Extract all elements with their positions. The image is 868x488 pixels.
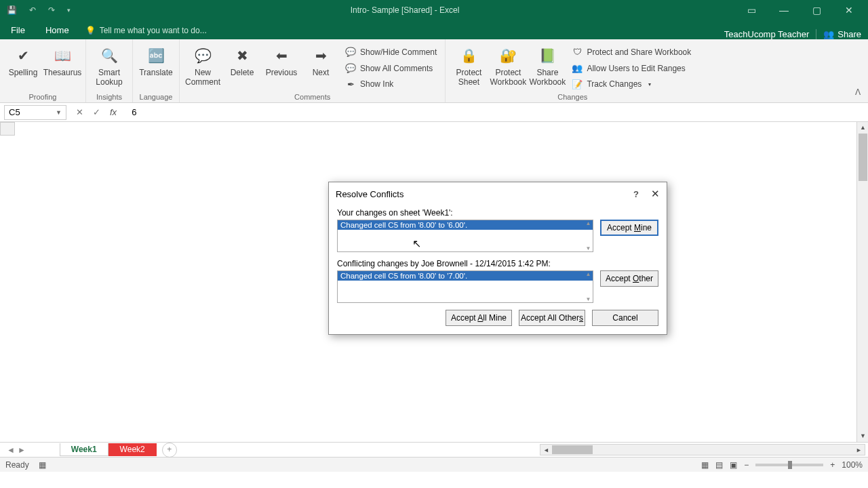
sheet-tab-bar: ◄ ► Week1 Week2 + ◄ ► bbox=[0, 442, 868, 457]
formula-input[interactable]: 6 bbox=[126, 107, 868, 117]
other-change-item[interactable]: Changed cell C5 from '8.00' to '7.00'. bbox=[338, 271, 593, 281]
view-normal-icon[interactable]: ▦ bbox=[701, 460, 709, 470]
horizontal-scrollbar[interactable]: ◄ ► bbox=[540, 444, 865, 455]
status-ready: Ready bbox=[5, 460, 29, 470]
your-change-item[interactable]: Changed cell C5 from '8.00' to '6.00'. bbox=[338, 220, 593, 230]
spelling-button[interactable]: ✔Spelling bbox=[5, 42, 41, 92]
scroll-down-icon[interactable]: ▼ bbox=[857, 430, 868, 442]
redo-icon[interactable]: ↷ bbox=[48, 5, 55, 15]
share-workbook-button[interactable]: 📗Share Workbook bbox=[530, 42, 565, 92]
other-changes-listbox[interactable]: Changed cell C5 from '8.00' to '7.00'. ▲… bbox=[337, 270, 593, 303]
undo-icon[interactable]: ↶ bbox=[29, 5, 36, 15]
group-comments: 💬New Comment ✖Delete ⬅Previous ➡Next 💬Sh… bbox=[180, 39, 446, 102]
enter-formula-icon[interactable]: ✓ bbox=[93, 107, 100, 117]
allow-edit-icon: 👥 bbox=[572, 63, 583, 74]
accept-other-button[interactable]: Accept Other bbox=[600, 270, 658, 287]
cancel-button[interactable]: Cancel bbox=[592, 310, 658, 326]
translate-icon: 🔤 bbox=[145, 45, 167, 66]
show-ink-button[interactable]: ✒Show Ink bbox=[342, 77, 439, 92]
share-button[interactable]: 👥 Share bbox=[816, 29, 861, 39]
new-comment-button[interactable]: 💬New Comment bbox=[185, 42, 220, 92]
scroll-thumb[interactable] bbox=[859, 134, 867, 181]
track-changes-button[interactable]: 📝Track Changes▾ bbox=[569, 77, 694, 92]
zoom-in-icon[interactable]: + bbox=[830, 460, 835, 470]
tell-me-search[interactable]: 💡 Tell me what you want to do... bbox=[79, 22, 214, 39]
search-icon: 🔍 bbox=[98, 45, 120, 66]
workbook-lock-icon: 🔐 bbox=[497, 45, 519, 66]
name-box[interactable]: C5 ▼ bbox=[4, 105, 66, 120]
new-sheet-button[interactable]: + bbox=[162, 443, 177, 458]
share-workbook-icon: 📗 bbox=[536, 45, 558, 66]
accept-all-others-button[interactable]: Accept All Others bbox=[519, 310, 585, 326]
your-changes-label: Your changes on sheet 'Week1': bbox=[337, 208, 658, 218]
thesaurus-icon: 📖 bbox=[52, 45, 73, 66]
thesaurus-button[interactable]: 📖Thesaurus bbox=[45, 42, 80, 92]
sheet-tab-week2[interactable]: Week2 bbox=[108, 443, 157, 456]
collapse-ribbon-icon[interactable]: ᐱ bbox=[852, 87, 864, 100]
allow-edit-button[interactable]: 👥Allow Users to Edit Ranges bbox=[569, 61, 694, 76]
minimize-icon[interactable]: — bbox=[772, 5, 796, 16]
spelling-icon: ✔ bbox=[12, 45, 34, 66]
qat-customize-icon[interactable]: ▾ bbox=[67, 7, 71, 14]
file-tab[interactable]: File bbox=[0, 21, 36, 39]
protect-sheet-button[interactable]: 🔒Protect Sheet bbox=[451, 42, 486, 92]
lightbulb-icon: 💡 bbox=[85, 26, 96, 35]
close-icon[interactable]: ✕ bbox=[651, 188, 660, 200]
view-page-layout-icon[interactable]: ▤ bbox=[715, 460, 723, 470]
accept-all-mine-button[interactable]: Accept All Mine bbox=[446, 310, 512, 326]
smart-lookup-button[interactable]: 🔍Smart Lookup bbox=[92, 42, 127, 92]
ink-icon: ✒ bbox=[345, 79, 356, 89]
scroll-left-icon[interactable]: ◄ bbox=[540, 447, 552, 453]
zoom-level[interactable]: 100% bbox=[842, 460, 863, 470]
sheet-lock-icon: 🔒 bbox=[458, 45, 479, 66]
your-changes-listbox[interactable]: Changed cell C5 from '8.00' to '6.00'. ▲… bbox=[337, 220, 593, 252]
status-bar: Ready ▦ ▦ ▤ ▣ − + 100% bbox=[0, 457, 868, 472]
conflicting-changes-label: Conflicting changes by Joe Brownell - 12… bbox=[337, 259, 658, 268]
group-changes: 🔒Protect Sheet 🔐Protect Workbook 📗Share … bbox=[446, 39, 699, 102]
hscroll-thumb[interactable] bbox=[552, 445, 593, 454]
share-icon: 👥 bbox=[823, 29, 834, 39]
new-comment-icon: 💬 bbox=[192, 45, 214, 66]
translate-button[interactable]: 🔤Translate bbox=[138, 42, 174, 92]
group-insights: 🔍Smart Lookup Insights bbox=[86, 39, 133, 102]
sheet-nav-prev-icon[interactable]: ◄ bbox=[7, 445, 15, 455]
close-window-icon[interactable]: ✕ bbox=[837, 5, 861, 16]
delete-comment-button[interactable]: ✖Delete bbox=[224, 42, 260, 92]
tab-home[interactable]: Home bbox=[36, 21, 79, 39]
chevron-down-icon[interactable]: ▼ bbox=[56, 109, 62, 116]
accept-mine-button[interactable]: Accept Mine bbox=[600, 220, 658, 236]
show-hide-comment-button[interactable]: 💬Show/Hide Comment bbox=[342, 45, 439, 60]
maximize-icon[interactable]: ▢ bbox=[804, 5, 829, 16]
protect-workbook-button[interactable]: 🔐Protect Workbook bbox=[490, 42, 526, 92]
help-icon[interactable]: ? bbox=[633, 189, 639, 199]
protect-share-button[interactable]: 🛡Protect and Share Workbook bbox=[569, 45, 694, 60]
scroll-up-icon[interactable]: ▲ bbox=[857, 122, 868, 134]
zoom-slider[interactable] bbox=[755, 464, 823, 466]
view-page-break-icon[interactable]: ▣ bbox=[730, 460, 737, 470]
select-all-corner[interactable] bbox=[0, 122, 15, 136]
comments-icon: 💬 bbox=[345, 63, 356, 74]
next-icon: ➡ bbox=[310, 45, 332, 66]
cancel-formula-icon[interactable]: ✕ bbox=[76, 107, 83, 117]
next-comment-button[interactable]: ➡Next bbox=[303, 42, 338, 92]
ribbon-display-icon[interactable]: ▭ bbox=[739, 5, 764, 16]
protect-share-icon: 🛡 bbox=[572, 47, 583, 58]
scroll-right-icon[interactable]: ► bbox=[853, 447, 865, 453]
show-all-comments-button[interactable]: 💬Show All Comments bbox=[342, 61, 439, 76]
account-name[interactable]: TeachUcomp Teacher bbox=[724, 29, 810, 39]
sheet-nav-next-icon[interactable]: ► bbox=[18, 445, 26, 455]
zoom-out-icon[interactable]: − bbox=[744, 460, 749, 470]
formula-bar: C5 ▼ ✕ ✓ fx 6 bbox=[0, 103, 868, 122]
macro-record-icon[interactable]: ▦ bbox=[39, 460, 46, 470]
group-proofing: ✔Spelling 📖Thesaurus Proofing bbox=[0, 39, 86, 102]
ribbon: ✔Spelling 📖Thesaurus Proofing 🔍Smart Loo… bbox=[0, 39, 868, 103]
track-changes-icon: 📝 bbox=[572, 79, 583, 89]
group-language: 🔤Translate Language bbox=[133, 39, 180, 102]
sheet-tab-week1[interactable]: Week1 bbox=[60, 443, 108, 456]
title-bar: 💾 ↶ ↷ ▾ Intro- Sample [Shared] - Excel ▭… bbox=[0, 0, 868, 20]
vertical-scrollbar[interactable]: ▲ ▼ bbox=[856, 122, 868, 442]
window-title: Intro- Sample [Shared] - Excel bbox=[71, 5, 739, 15]
save-icon[interactable]: 💾 bbox=[7, 5, 17, 15]
previous-comment-button[interactable]: ⬅Previous bbox=[264, 42, 299, 92]
fx-icon[interactable]: fx bbox=[110, 107, 117, 117]
